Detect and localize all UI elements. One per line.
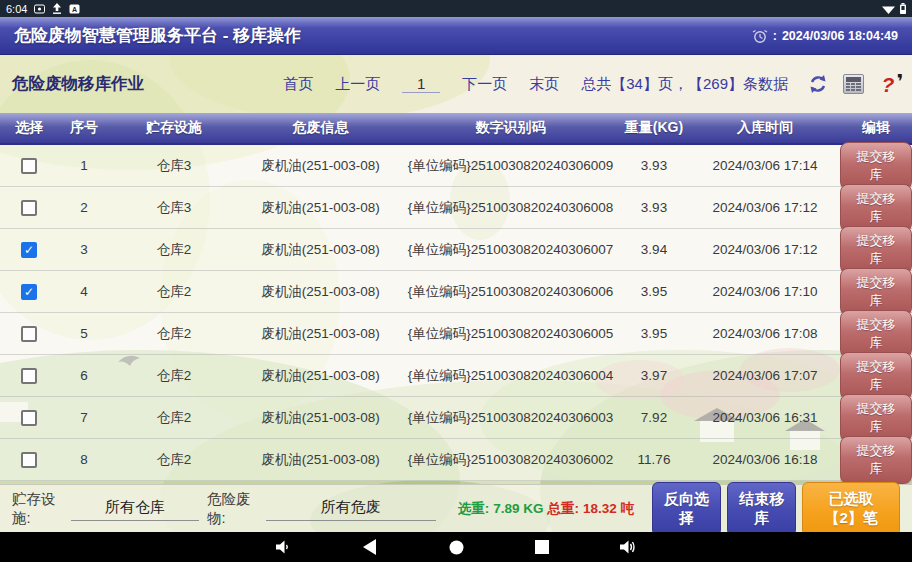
row-digital-id: {单位编码}2510030820240306004 bbox=[403, 367, 618, 385]
row-storage-time: 2024/03/06 16:31 bbox=[690, 410, 840, 425]
row-waste-info: 废机油(251-003-08) bbox=[238, 199, 403, 217]
row-storage-facility: 仓库2 bbox=[110, 283, 238, 301]
column-header: 贮存设施 bbox=[110, 119, 238, 137]
table-row: 1 仓库3 废机油(251-003-08) {单位编码}251003082024… bbox=[0, 145, 912, 187]
calculator-icon[interactable] bbox=[841, 72, 865, 96]
refresh-icon[interactable] bbox=[806, 72, 830, 96]
table-row: 7 仓库2 废机油(251-003-08) {单位编码}251003082024… bbox=[0, 397, 912, 439]
invert-selection-button[interactable]: 反向选择 bbox=[652, 482, 721, 536]
row-waste-info: 废机油(251-003-08) bbox=[238, 241, 403, 259]
facility-filter-select[interactable]: 所有仓库 bbox=[71, 496, 199, 521]
row-number: 1 bbox=[58, 158, 110, 173]
submit-transfer-button[interactable]: 提交移库 bbox=[840, 184, 912, 232]
row-storage-time: 2024/03/06 17:14 bbox=[690, 158, 840, 173]
recents-icon[interactable] bbox=[532, 537, 552, 557]
selected-count-button[interactable]: 已选取【2】笔 bbox=[802, 482, 900, 536]
prev-page-button[interactable]: 上一页 bbox=[335, 75, 380, 94]
row-weight: 3.94 bbox=[618, 242, 690, 257]
table-row: 6 仓库2 废机油(251-003-08) {单位编码}251003082024… bbox=[0, 355, 912, 397]
row-waste-info: 废机油(251-003-08) bbox=[238, 325, 403, 343]
row-number: 5 bbox=[58, 326, 110, 341]
volume-down-icon[interactable] bbox=[274, 537, 294, 557]
table-header: 选择序号贮存设施危废信息数字识别码重量(KG)入库时间编辑 bbox=[0, 113, 912, 145]
row-storage-facility: 仓库2 bbox=[110, 325, 238, 343]
table-row: 5 仓库2 废机油(251-003-08) {单位编码}251003082024… bbox=[0, 313, 912, 355]
filter-bar: 贮存设施: 所有仓库 危险废物: 所有危废 选重: 7.89 KG 总重: 18… bbox=[0, 484, 912, 532]
next-page-button[interactable]: 下一页 bbox=[462, 75, 507, 94]
android-nav-bar bbox=[0, 532, 912, 562]
row-storage-time: 2024/03/06 17:07 bbox=[690, 368, 840, 383]
row-storage-facility: 仓库2 bbox=[110, 367, 238, 385]
selected-weight-label: 选重: bbox=[458, 500, 490, 518]
help-icon[interactable]: ? bbox=[876, 72, 900, 96]
row-checkbox[interactable] bbox=[21, 158, 37, 174]
row-number: 3 bbox=[58, 242, 110, 257]
row-number: 8 bbox=[58, 452, 110, 467]
screenshot-icon bbox=[34, 4, 45, 14]
row-storage-facility: 仓库2 bbox=[110, 241, 238, 259]
row-weight: 3.93 bbox=[618, 158, 690, 173]
row-weight: 3.97 bbox=[618, 368, 690, 383]
column-header: 入库时间 bbox=[690, 119, 840, 137]
row-digital-id: {单位编码}2510030820240306006 bbox=[403, 283, 618, 301]
home-icon[interactable] bbox=[446, 537, 466, 557]
back-icon[interactable] bbox=[360, 537, 380, 557]
row-waste-info: 废机油(251-003-08) bbox=[238, 451, 403, 469]
upload-icon bbox=[52, 3, 62, 14]
row-digital-id: {单位编码}2510030820240306007 bbox=[403, 241, 618, 259]
row-storage-time: 2024/03/06 17:12 bbox=[690, 242, 840, 257]
column-header: 危废信息 bbox=[238, 119, 403, 137]
row-storage-time: 2024/03/06 17:08 bbox=[690, 326, 840, 341]
table-row: 3 仓库2 废机油(251-003-08) {单位编码}251003082024… bbox=[0, 229, 912, 271]
submit-transfer-button[interactable]: 提交移库 bbox=[840, 310, 912, 358]
column-header: 序号 bbox=[58, 119, 110, 137]
status-time: 6:04 bbox=[6, 3, 27, 15]
page-title: 危险废物智慧管理服务平台 - 移库操作 bbox=[14, 24, 301, 47]
datetime-separator: : bbox=[773, 29, 777, 43]
last-page-button[interactable]: 末页 bbox=[529, 75, 559, 94]
row-weight: 7.92 bbox=[618, 410, 690, 425]
row-digital-id: {单位编码}2510030820240306003 bbox=[403, 409, 618, 427]
first-page-button[interactable]: 首页 bbox=[283, 75, 313, 94]
row-checkbox[interactable] bbox=[21, 410, 37, 426]
row-waste-info: 废机油(251-003-08) bbox=[238, 409, 403, 427]
selected-weight-value: 7.89 KG bbox=[493, 501, 543, 516]
submit-transfer-button[interactable]: 提交移库 bbox=[840, 268, 912, 316]
row-storage-facility: 仓库3 bbox=[110, 199, 238, 217]
row-storage-facility: 仓库2 bbox=[110, 451, 238, 469]
page-number-input[interactable] bbox=[402, 75, 440, 93]
row-checkbox[interactable] bbox=[21, 452, 37, 468]
submit-transfer-button[interactable]: 提交移库 bbox=[840, 394, 912, 442]
row-storage-facility: 仓库2 bbox=[110, 409, 238, 427]
submit-transfer-button[interactable]: 提交移库 bbox=[840, 352, 912, 400]
battery-icon bbox=[900, 3, 906, 14]
row-checkbox[interactable] bbox=[21, 326, 37, 342]
svg-text:A: A bbox=[72, 5, 77, 12]
row-checkbox[interactable] bbox=[21, 242, 37, 258]
row-waste-info: 废机油(251-003-08) bbox=[238, 367, 403, 385]
submit-transfer-button[interactable]: 提交移库 bbox=[840, 436, 912, 484]
submit-transfer-button[interactable]: 提交移库 bbox=[840, 142, 912, 190]
total-weight-label: 总重: bbox=[548, 500, 580, 518]
finish-transfer-button[interactable]: 结束移库 bbox=[727, 482, 796, 536]
table-row: 4 仓库2 废机油(251-003-08) {单位编码}251003082024… bbox=[0, 271, 912, 313]
row-number: 4 bbox=[58, 284, 110, 299]
waste-filter-label: 危险废物: bbox=[207, 490, 258, 528]
row-storage-time: 2024/03/06 16:18 bbox=[690, 452, 840, 467]
row-checkbox[interactable] bbox=[21, 368, 37, 384]
toolbar: 危险废物移库作业 首页 上一页 下一页 末页 总共【34】页，【269】条数据 … bbox=[0, 55, 912, 113]
row-storage-time: 2024/03/06 17:12 bbox=[690, 200, 840, 215]
row-checkbox[interactable] bbox=[21, 284, 37, 300]
row-number: 7 bbox=[58, 410, 110, 425]
pagination: 首页 上一页 下一页 末页 总共【34】页，【269】条数据 bbox=[283, 75, 788, 94]
clock-icon bbox=[752, 28, 768, 44]
row-weight: 3.95 bbox=[618, 284, 690, 299]
row-storage-facility: 仓库3 bbox=[110, 157, 238, 175]
row-number: 6 bbox=[58, 368, 110, 383]
row-digital-id: {单位编码}2510030820240306009 bbox=[403, 157, 618, 175]
section-title: 危险废物移库作业 bbox=[12, 73, 144, 95]
submit-transfer-button[interactable]: 提交移库 bbox=[840, 226, 912, 274]
waste-filter-select[interactable]: 所有危废 bbox=[266, 496, 436, 521]
row-checkbox[interactable] bbox=[21, 200, 37, 216]
volume-up-icon[interactable] bbox=[618, 537, 638, 557]
